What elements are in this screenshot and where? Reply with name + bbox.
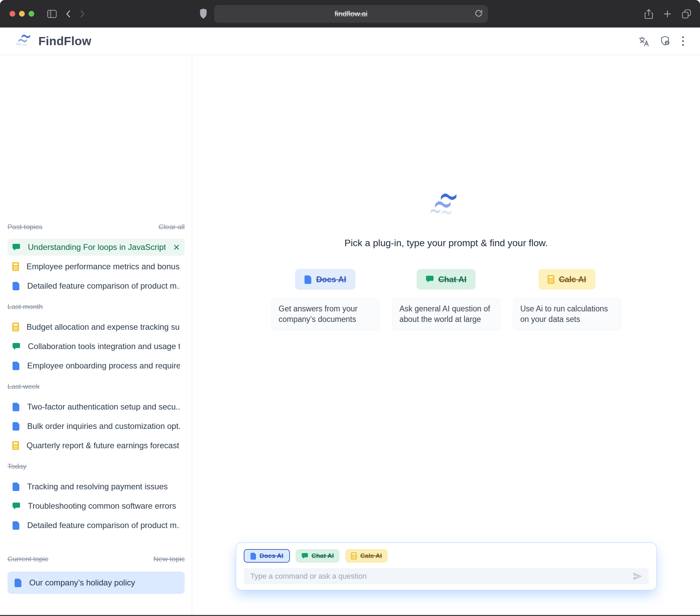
close-window-button[interactable] — [10, 11, 15, 17]
findflow-logo-icon — [430, 192, 462, 219]
topic-item[interactable]: Troubleshooting common software errors — [8, 497, 185, 515]
topic-item[interactable]: Tracking and resolving payment issues — [8, 478, 185, 495]
topic-item[interactable]: Budget allocation and expense tracking s… — [8, 319, 185, 335]
sidebar-section-header: Today — [8, 462, 185, 471]
section-label-today: Today — [8, 462, 26, 470]
send-icon[interactable] — [633, 571, 642, 581]
topic-item[interactable]: Employee onboarding process and require.… — [8, 357, 185, 374]
chat-icon — [301, 553, 308, 559]
shield-user-icon[interactable] — [660, 36, 671, 47]
calc-icon — [351, 552, 357, 559]
topic-title: Employee performance metrics and bonus..… — [26, 262, 180, 271]
doc-icon — [12, 282, 20, 290]
chat-icon — [12, 502, 20, 510]
current-topic-item[interactable]: Our company’s holiday policy — [8, 571, 185, 594]
chat-icon — [426, 275, 434, 283]
topic-title: Employee onboarding process and require.… — [27, 361, 180, 370]
topic-item[interactable]: Detailed feature comparison of product m… — [8, 278, 185, 294]
chat-ai-description: Ask general AI question of about the wor… — [392, 298, 500, 330]
command-input-wrap[interactable] — [244, 568, 649, 584]
doc-icon — [12, 482, 20, 491]
chip-docs-ai[interactable]: Docs AI — [244, 549, 290, 563]
topic-title: Understanding For loops in JavaScript — [28, 243, 166, 252]
current-topic-title: Our company’s holiday policy — [29, 578, 135, 588]
command-input[interactable] — [250, 571, 633, 581]
kebab-menu-icon[interactable] — [682, 36, 684, 46]
chat-icon — [12, 244, 20, 251]
current-topic-header: Current topic New topic — [8, 555, 185, 563]
calc-ai-description: Use Ai to run calculations on your data … — [513, 298, 621, 330]
section-label-last-month: Last month — [8, 303, 43, 311]
share-icon[interactable] — [644, 9, 653, 19]
chat-ai-button[interactable]: Chat AI — [416, 269, 476, 289]
new-tab-icon[interactable] — [663, 10, 672, 18]
tab-overview-icon[interactable] — [682, 9, 691, 19]
chip-chat-ai[interactable]: Chat AI — [296, 549, 340, 563]
brand-name: FindFlow — [38, 34, 91, 48]
docs-ai-description: Get answers from your company’s document… — [271, 298, 379, 330]
zoom-window-button[interactable] — [28, 11, 34, 17]
doc-icon — [12, 361, 20, 370]
topic-item[interactable]: Understanding For loops in JavaScript — [8, 239, 185, 256]
minimize-window-button[interactable] — [19, 11, 25, 17]
topic-title: Detailed feature comparison of product m… — [27, 520, 180, 530]
topic-title: Budget allocation and expense tracking s… — [26, 322, 180, 332]
new-topic-button[interactable]: New topic — [153, 555, 185, 563]
chip-docs-ai-label: Docs AI — [260, 552, 284, 559]
chip-chat-ai-label: Chat AI — [312, 552, 334, 559]
doc-icon — [12, 521, 20, 530]
calc-ai-label: Calc AI — [559, 275, 586, 284]
chip-calc-ai[interactable]: Calc AI — [345, 549, 388, 563]
section-label-last-week: Last week — [8, 382, 40, 391]
topic-title: Bulk order inquiries and customization o… — [27, 421, 180, 431]
topic-item[interactable]: Employee performance metrics and bonus..… — [8, 258, 185, 275]
doc-icon — [304, 275, 312, 284]
calc-icon — [12, 441, 19, 450]
sidebar-section-header: Last month — [8, 302, 185, 311]
chat-ai-label: Chat AI — [438, 275, 466, 284]
translate-icon[interactable] — [638, 36, 649, 47]
doc-icon — [250, 553, 256, 559]
forward-button[interactable] — [80, 10, 85, 18]
calc-icon — [548, 275, 554, 284]
topic-item[interactable]: Detailed feature comparison of product m… — [8, 517, 185, 534]
topic-title: Two-factor authentication setup and secu… — [27, 402, 180, 411]
sidebar: Past topics Clear all Understanding For … — [0, 55, 192, 615]
doc-icon — [14, 578, 22, 587]
doc-icon — [12, 422, 20, 431]
topic-item[interactable]: Collaboration tools integration and usag… — [8, 338, 185, 355]
privacy-shield-icon[interactable] — [199, 8, 208, 20]
docs-ai-label: Docs AI — [316, 275, 346, 284]
current-topic-block: Current topic New topic Our company’s ho… — [8, 555, 185, 615]
topic-title: Quarterly report & future earnings forec… — [26, 441, 180, 450]
close-icon[interactable] — [173, 244, 180, 250]
topic-item[interactable]: Bulk order inquiries and customization o… — [8, 418, 185, 435]
chip-calc-ai-label: Calc AI — [360, 552, 382, 559]
refresh-icon[interactable] — [474, 9, 483, 19]
main-panel: Pick a plug-in, type your prompt & find … — [192, 55, 700, 615]
topic-title: Tracking and resolving payment issues — [27, 482, 180, 491]
clear-all-button[interactable]: Clear all — [159, 223, 185, 231]
topic-title: Detailed feature comparison of product m… — [27, 281, 180, 291]
calc-ai-button[interactable]: Calc AI — [538, 269, 595, 289]
plugin-grid: Docs AI Chat AI Calc AI Get answers from… — [271, 269, 621, 330]
back-button[interactable] — [65, 10, 71, 18]
composer: Docs AI Chat AI Calc AI — [236, 543, 657, 590]
app-header: FindFlow — [0, 27, 700, 55]
sidebar-toggle-icon[interactable] — [47, 10, 57, 18]
topic-item[interactable]: Quarterly report & future earnings forec… — [8, 437, 185, 454]
topic-item[interactable]: Two-factor authentication setup and secu… — [8, 398, 185, 415]
browser-window: findflow.ai FindFlow Past topics Clear a… — [0, 0, 700, 616]
current-topic-label: Current topic — [8, 555, 48, 563]
brand[interactable]: FindFlow — [16, 34, 91, 49]
doc-icon — [12, 403, 20, 411]
chat-icon — [12, 343, 20, 350]
browser-toolbar: findflow.ai — [0, 0, 700, 27]
address-bar[interactable]: findflow.ai — [214, 5, 488, 23]
sidebar-section-header: Past topics Clear all — [8, 222, 185, 231]
topic-title: Collaboration tools integration and usag… — [28, 342, 180, 351]
docs-ai-button[interactable]: Docs AI — [295, 269, 355, 289]
page-title: Pick a plug-in, type your prompt & find … — [344, 238, 548, 249]
calc-icon — [12, 262, 19, 271]
traffic-lights — [10, 11, 34, 17]
